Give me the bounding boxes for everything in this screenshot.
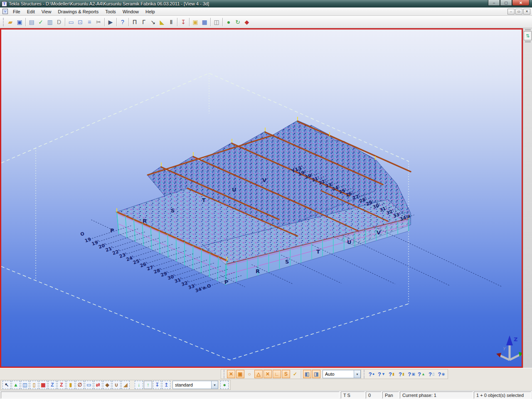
save-model-button[interactable]: ▣	[15, 17, 24, 27]
open-model-button[interactable]: ▰	[6, 17, 15, 27]
model-browser-button[interactable]: ●	[224, 17, 233, 27]
create-beam-button[interactable]: Γ	[139, 17, 148, 27]
mdi-child-icon[interactable]: V	[2, 9, 8, 14]
model-viewport[interactable]: O1919'20'21'22'23'24'25'26'27'28'29'30'3…	[0, 28, 523, 368]
status-message-field	[1, 392, 340, 399]
select-bolts-button[interactable]: ▮	[66, 381, 75, 389]
menu-help[interactable]: Help	[142, 8, 158, 15]
select-all-button[interactable]: ↖	[2, 381, 11, 389]
menu-file[interactable]: File	[10, 8, 24, 15]
phase-manager-button[interactable]: ●	[220, 381, 229, 389]
pin-button[interactable]: ↧	[179, 17, 188, 27]
menu-tools[interactable]: Tools	[102, 8, 119, 15]
report-button[interactable]: ◫	[212, 17, 221, 27]
grid-label: T	[202, 197, 206, 203]
snap-center-button[interactable]: ○	[245, 370, 254, 378]
select-components-button[interactable]: ◫	[21, 381, 29, 389]
fly-button[interactable]: ▶	[106, 17, 115, 27]
maximize-button[interactable]: ▢	[500, 0, 512, 6]
select-fittings-button[interactable]: ◆	[103, 381, 111, 389]
inquire-assembly-button[interactable]: ?▣	[407, 370, 416, 378]
select-objects-in-assemblies-button[interactable]: ↑	[144, 381, 152, 389]
grid-label: P	[224, 279, 229, 285]
toolbar-separator	[128, 18, 129, 26]
select-components-higher-button[interactable]: ↥	[162, 381, 170, 389]
select-reinforcement-button[interactable]: ∪	[112, 381, 121, 389]
minimize-button[interactable]: –	[488, 0, 500, 6]
select-single-bolts-button[interactable]: ∅	[76, 381, 84, 389]
snap-extension-button[interactable]: S	[282, 370, 290, 378]
menu-window[interactable]: Window	[119, 8, 142, 15]
menu-view[interactable]: View	[38, 8, 55, 15]
snap-intersection-button[interactable]: ✕	[264, 370, 272, 378]
grid-label: R	[256, 268, 260, 274]
grid-label: S	[285, 259, 289, 265]
mdi-window-controls: – ▭ ✕	[507, 9, 530, 15]
select-welds-button[interactable]: Z	[48, 381, 57, 389]
menu-drawings-reports[interactable]: Drawings & Reports	[54, 8, 102, 15]
select-surfaces-button[interactable]: ◢	[121, 381, 130, 389]
snap-depth-dropdown[interactable]: Auto ▼	[323, 370, 361, 378]
inquire-bolt-down-button[interactable]: ?▮	[387, 370, 396, 378]
menu-edit[interactable]: Edit	[24, 8, 38, 15]
dropdown-arrow-icon[interactable]: ▼	[354, 370, 360, 378]
mdi-restore-button[interactable]: ▭	[515, 9, 522, 15]
create-report-button[interactable]: ▤	[27, 17, 36, 27]
question-icon: ?	[389, 371, 392, 377]
question-icon: ?	[429, 371, 432, 377]
inquire-mark-icon: ▮	[402, 372, 404, 376]
select-components-lower-button[interactable]: ↧	[153, 381, 161, 389]
inquire-phase-button[interactable]: ?▲	[417, 370, 426, 378]
close-button[interactable]: ✕	[512, 0, 530, 6]
inquire-drawing-button[interactable]: ?◉	[437, 370, 446, 378]
select-planes-button[interactable]: ▭	[85, 381, 93, 389]
inquire-object-button[interactable]: ?●	[367, 370, 376, 378]
inquire-report-button[interactable]: ?▯	[427, 370, 436, 378]
view-list-button[interactable]: ≡	[85, 17, 94, 27]
inquire-bolt-up-button[interactable]: ?▮	[397, 370, 406, 378]
inquire-point-button[interactable]: ?▼	[377, 370, 386, 378]
copy-button[interactable]: ▣	[191, 17, 200, 27]
dropdown-arrow-icon[interactable]: ▼	[211, 381, 218, 389]
selection-filter-dropdown[interactable]: standard ▼	[172, 381, 218, 389]
snap-perpendicular-button[interactable]: ∟	[273, 370, 281, 378]
new-view-button[interactable]: ▭	[66, 17, 76, 27]
autosave-check-button[interactable]: ✓	[36, 17, 45, 27]
dock-tool-button[interactable]: ⇅	[524, 31, 532, 40]
snap-ortho-button[interactable]: ◨	[312, 370, 320, 378]
mdi-minimize-button[interactable]: –	[507, 9, 515, 15]
measure-button[interactable]: ↘	[148, 17, 158, 27]
mdi-close-button[interactable]: ✕	[523, 9, 530, 15]
snap-free-button[interactable]: ✓	[291, 370, 299, 378]
drawing-list-button[interactable]: D	[54, 17, 64, 27]
publish-button[interactable]: ↻	[233, 17, 242, 27]
snap-midpoint-button[interactable]: △	[254, 370, 263, 378]
table-button[interactable]: ▦	[200, 17, 209, 27]
select-grids-button[interactable]: ▦	[39, 381, 47, 389]
selection-toolbar: ↖▲◫▯▦ZZ▮∅▭⇄◆∪◢ ↓↑↧↥ standard ▼ ●	[0, 380, 231, 390]
window-title: Tekla Structures - D:\Modeller\Kursunlu …	[9, 1, 209, 6]
snap-toolbar-grip[interactable]	[224, 370, 225, 378]
catalog-button[interactable]: ◆	[242, 17, 251, 27]
context-help-button[interactable]: ?	[118, 17, 127, 27]
select-objects-button[interactable]: ▯	[30, 381, 38, 389]
snap-plane-button[interactable]: ◧	[303, 370, 311, 378]
select-cuts-button[interactable]: Z	[57, 381, 66, 389]
select-assemblies-button[interactable]: ↓	[135, 381, 143, 389]
create-grid-button[interactable]: Π	[130, 17, 139, 27]
angle-measure-button[interactable]: ◣	[158, 17, 167, 27]
grid-label: R	[143, 218, 147, 224]
toolbar-grip[interactable]	[3, 18, 5, 26]
select-parts-button[interactable]: ▲	[12, 381, 20, 389]
question-icon: ?	[369, 371, 372, 377]
fence-button[interactable]: Ⅱ	[167, 17, 176, 27]
clip-plane-button[interactable]: ✂	[94, 17, 103, 27]
bottom-toolbar-row-1: ✕▣○△✕∟S✓ ◧◨ Auto ▼ ?●?▼?▮?▮?▣?▲?▯?◉	[0, 368, 532, 379]
snap-points-button[interactable]: ✕	[227, 370, 235, 378]
print-drawings-button[interactable]: ▥	[45, 17, 54, 27]
dock-grip[interactable]	[525, 29, 531, 30]
view-point-button[interactable]: ⊡	[76, 17, 85, 27]
select-distances-button[interactable]: ⇄	[94, 381, 102, 389]
inquire-toolbar-grip[interactable]	[364, 370, 365, 378]
snap-endpoint-button[interactable]: ▣	[236, 370, 244, 378]
